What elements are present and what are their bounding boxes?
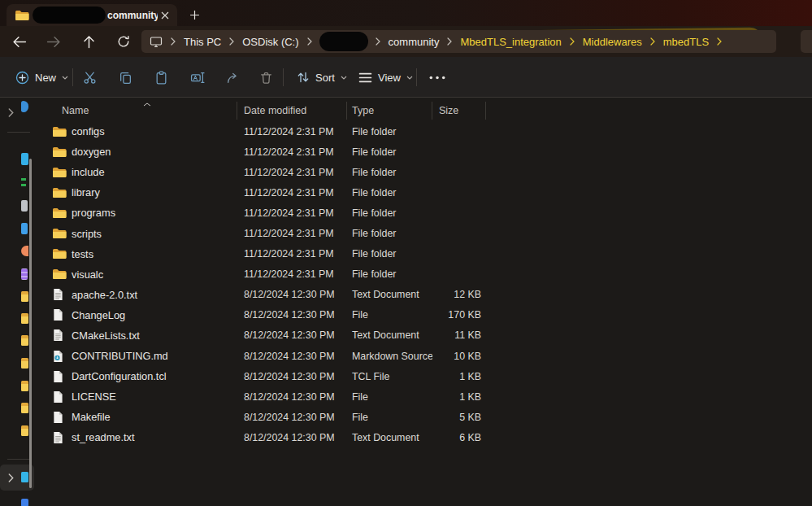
file-name: ChangeLog <box>72 309 125 321</box>
sidebar-network-icon[interactable] <box>21 499 28 506</box>
sidebar-pictures-icon[interactable] <box>21 223 28 234</box>
sidebar-onedrive-icon[interactable] <box>21 178 26 189</box>
breadcrumb-item[interactable]: OSDisk (C:) <box>241 34 299 50</box>
breadcrumb-chevron-icon[interactable] <box>229 37 234 46</box>
file-row[interactable]: LICENSE8/12/2024 12:30 PMFile1 KB <box>45 386 812 407</box>
address-bar[interactable]: This PCOSDisk (C:)communityMbedTLS_integ… <box>141 30 776 53</box>
redaction-blob <box>319 32 368 51</box>
breadcrumb-item[interactable]: Middlewares <box>582 34 643 50</box>
refresh-button[interactable] <box>112 30 135 53</box>
column-header-name[interactable]: Name <box>45 102 237 120</box>
file-row[interactable]: include11/12/2024 2:31 PMFile folder <box>45 162 812 182</box>
chevron-down-icon <box>62 76 68 80</box>
breadcrumb-chevron-icon[interactable] <box>650 37 655 46</box>
breadcrumb-chevron-icon[interactable] <box>717 37 722 46</box>
file-row[interactable]: programs11/12/2024 2:31 PMFile folder <box>45 203 812 223</box>
file-row[interactable]: tests11/12/2024 2:31 PMFile folder <box>45 244 812 264</box>
file-icon <box>52 410 67 424</box>
sidebar-folder-icon[interactable] <box>21 425 28 436</box>
file-row[interactable]: Makefile8/12/2024 12:30 PMFile5 KB <box>45 407 812 427</box>
file-name: tests <box>72 248 93 260</box>
new-button[interactable]: New <box>8 63 76 91</box>
forward-button[interactable] <box>42 30 65 53</box>
sidebar-gallery-icon[interactable] <box>21 153 28 165</box>
file-size: 10 KB <box>432 351 486 362</box>
sidebar-folder-icon[interactable] <box>21 358 28 369</box>
breadcrumb-item[interactable]: mbedTLS <box>662 34 710 50</box>
command-bar: New Sort View <box>0 57 812 98</box>
file-row[interactable]: library11/12/2024 2:31 PMFile folder <box>45 182 812 203</box>
sidebar-documents-icon[interactable] <box>21 200 28 212</box>
column-header-date-modified[interactable]: Date modified <box>237 102 347 120</box>
sort-button[interactable]: Sort <box>289 63 354 91</box>
sort-ascending-icon <box>143 98 151 109</box>
more-options-button[interactable] <box>421 63 454 91</box>
file-row[interactable]: doxygen11/12/2024 2:31 PMFile folder <box>45 142 812 162</box>
folder-icon <box>52 145 67 159</box>
file-row[interactable]: DartConfiguration.tcl8/12/2024 12:30 PMT… <box>45 366 812 386</box>
chevron-down-icon <box>406 76 413 80</box>
cut-button[interactable] <box>76 63 104 91</box>
file-icon <box>52 390 67 403</box>
file-name: include <box>72 166 105 178</box>
search-box[interactable] <box>801 30 812 53</box>
file-row[interactable]: CONTRIBUTING.md8/12/2024 12:30 PMMarkdow… <box>45 346 812 366</box>
breadcrumb-chevron-icon[interactable] <box>307 37 312 46</box>
breadcrumb-chevron-icon[interactable] <box>171 37 176 46</box>
rename-icon <box>190 71 205 85</box>
column-header-size[interactable]: Size <box>432 102 486 120</box>
breadcrumb-item[interactable]: MbedTLS_integration <box>459 34 562 50</box>
file-row[interactable]: scripts11/12/2024 2:31 PMFile folder <box>45 223 812 243</box>
file-date-modified: 11/12/2024 2:31 PM <box>237 207 347 219</box>
close-icon[interactable] <box>158 8 172 23</box>
breadcrumb-chevron-icon[interactable] <box>376 37 380 46</box>
sidebar-folder-icon[interactable] <box>21 313 28 324</box>
sidebar-home-icon[interactable] <box>21 101 28 112</box>
file-type: File folder <box>347 146 432 158</box>
view-button[interactable]: View <box>351 63 420 91</box>
explorer-tab[interactable]: community\MbedT <box>7 4 177 26</box>
breadcrumb-item[interactable]: community <box>388 34 441 50</box>
share-button[interactable] <box>219 63 247 91</box>
copy-button[interactable] <box>111 63 140 91</box>
toolbar-separator <box>283 68 284 86</box>
file-type: File folder <box>347 248 432 260</box>
paste-button[interactable] <box>147 63 176 91</box>
breadcrumb-item[interactable]: This PC <box>183 34 222 50</box>
file-name: doxygen <box>72 146 111 158</box>
file-type: File <box>347 309 432 321</box>
new-tab-button[interactable] <box>185 6 203 24</box>
file-row[interactable]: visualc11/12/2024 2:31 PMFile folder <box>45 264 812 285</box>
navigation-pane <box>0 98 45 506</box>
file-row[interactable]: st_readme.txt8/12/2024 12:30 PMText Docu… <box>45 427 812 447</box>
folder-icon <box>52 165 67 179</box>
file-row[interactable]: CMakeLists.txt8/12/2024 12:30 PMText Doc… <box>45 325 812 346</box>
column-header-type[interactable]: Type <box>347 102 432 120</box>
breadcrumb-chevron-icon[interactable] <box>447 37 452 46</box>
sidebar-expand-icon[interactable] <box>8 106 14 120</box>
file-row[interactable]: ChangeLog8/12/2024 12:30 PMFile170 KB <box>45 305 812 325</box>
up-button[interactable] <box>77 30 100 53</box>
sidebar-folder-icon[interactable] <box>21 291 28 302</box>
explorer-body: Name Date modified Type Size configs11/1… <box>0 98 812 506</box>
file-row[interactable]: configs11/12/2024 2:31 PMFile folder <box>45 121 812 142</box>
sidebar-music-icon[interactable] <box>21 246 28 256</box>
sidebar-folder-icon[interactable] <box>21 381 28 391</box>
new-button-label: New <box>35 72 56 84</box>
sidebar-folder-icon[interactable] <box>21 403 28 413</box>
sidebar-videos-icon[interactable] <box>21 268 28 280</box>
this-pc-monitor-icon <box>150 36 163 48</box>
sidebar-thispc-icon[interactable] <box>21 472 28 482</box>
view-button-label: View <box>378 72 401 84</box>
toolbar-separator <box>416 68 417 86</box>
delete-button[interactable] <box>252 63 280 91</box>
file-row[interactable]: apache-2.0.txt8/12/2024 12:30 PMText Doc… <box>45 285 812 305</box>
sidebar-expand-icon[interactable] <box>8 471 14 486</box>
sidebar-folder-icon[interactable] <box>21 335 28 346</box>
breadcrumb-chevron-icon[interactable] <box>570 37 575 46</box>
rename-button[interactable] <box>183 63 212 91</box>
file-name: CONTRIBUTING.md <box>72 350 168 362</box>
back-button[interactable] <box>8 30 31 53</box>
view-list-icon <box>358 72 372 84</box>
sidebar-scrollbar[interactable] <box>29 159 32 488</box>
